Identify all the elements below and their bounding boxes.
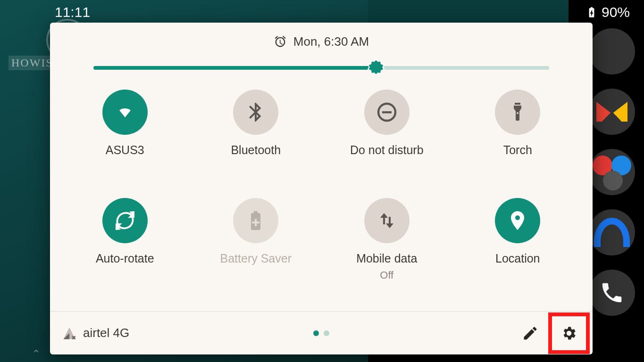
tile-label: Mobile data (356, 252, 417, 265)
page-dot-0 (313, 330, 319, 336)
battery-icon (233, 198, 278, 243)
quick-settings-panel: Mon, 6:30 AM ASUS3 Bluetooth (50, 23, 593, 354)
carrier-label: airtel 4G (83, 326, 129, 340)
svg-point-0 (372, 64, 379, 71)
tile-sublabel: Off (380, 269, 393, 281)
dock-app-gmail[interactable] (589, 89, 635, 135)
tile-bluetooth[interactable]: Bluetooth (191, 90, 322, 198)
tiles-grid: ASUS3 Bluetooth Do not disturb Torch (50, 75, 593, 311)
dock-app-folder[interactable] (589, 149, 635, 195)
settings-button[interactable] (554, 318, 584, 348)
dock-app-chrome[interactable] (589, 28, 635, 74)
tile-mobiledata[interactable]: Mobile data Off (321, 198, 452, 306)
svg-rect-2 (382, 111, 392, 113)
carrier-info[interactable]: airtel 4G (62, 326, 129, 340)
tile-label: Location (495, 252, 540, 265)
alarm-time-label[interactable]: Mon, 6:30 AM (293, 34, 369, 49)
battery-charging-icon (585, 5, 598, 19)
tile-dnd[interactable]: Do not disturb (321, 90, 452, 198)
tile-label: Torch (503, 143, 532, 157)
wifi-icon (102, 90, 148, 135)
pencil-icon (522, 325, 539, 342)
status-battery: 90% (585, 4, 630, 20)
location-icon (495, 198, 540, 243)
tile-label: Auto-rotate (96, 252, 154, 265)
edit-tiles-button[interactable] (515, 318, 545, 348)
alarm-icon (274, 35, 287, 48)
tile-label: ASUS3 (106, 143, 144, 157)
dnd-icon (364, 90, 410, 135)
brightness-slider[interactable] (93, 60, 549, 75)
brightness-thumb[interactable] (366, 58, 386, 78)
tile-label: Do not disturb (350, 143, 424, 157)
brightness-icon (366, 58, 386, 78)
rotate-icon (102, 198, 148, 243)
tile-batterysaver[interactable]: Battery Saver (191, 198, 322, 306)
torch-icon (495, 90, 540, 135)
tile-torch[interactable]: Torch (452, 90, 584, 198)
gear-icon (560, 325, 577, 342)
status-bar: 11:11 90% (0, 0, 644, 25)
bluetooth-icon (233, 90, 278, 135)
nav-handle-icon[interactable]: ⌄ (32, 347, 41, 359)
status-clock: 11:11 (55, 4, 90, 20)
panel-footer: airtel 4G (50, 311, 593, 354)
dock-app-launcher[interactable] (589, 209, 635, 255)
page-dot-1 (324, 330, 329, 336)
panel-header: Mon, 6:30 AM (50, 23, 593, 60)
tile-wifi[interactable]: ASUS3 (59, 90, 191, 198)
page-indicator[interactable] (313, 330, 329, 336)
tile-label: Bluetooth (231, 143, 281, 157)
dock-app-phone[interactable] (589, 270, 635, 316)
signal-icon (62, 326, 76, 340)
data-icon (364, 198, 410, 243)
tile-autorotate[interactable]: Auto-rotate (59, 198, 191, 306)
tile-label: Battery Saver (220, 252, 292, 265)
tile-location[interactable]: Location (452, 198, 584, 306)
